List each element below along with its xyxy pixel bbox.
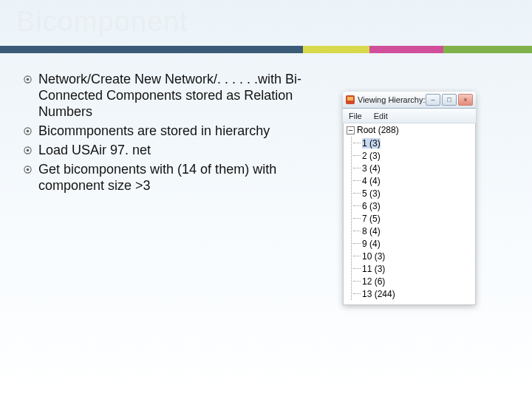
bullet-text: Network/Create New Network/. . . . . .wi…: [38, 71, 324, 120]
tree-item[interactable]: 5 (3): [353, 187, 472, 200]
accent-bar: [0, 46, 532, 53]
bullet-text: Load USAir 97. net: [38, 142, 151, 158]
tree-item[interactable]: 7 (5): [353, 212, 472, 225]
bullet-item: Load USAir 97. net: [21, 142, 324, 158]
tree-item[interactable]: 3 (4): [353, 162, 472, 174]
svg-point-3: [26, 129, 29, 132]
bullet-marker-icon: [21, 125, 34, 137]
tree-item[interactable]: 9 (4): [353, 237, 472, 250]
tree-item[interactable]: 12 (6): [353, 275, 472, 287]
tree-item-label: 4 (4): [362, 176, 381, 186]
bullet-text: Get bicomponents with (14 of them) with …: [38, 161, 324, 194]
hierarchy-window: Viewing Hierarchy: 2… – □ × File Edit – …: [343, 92, 476, 305]
tree-root[interactable]: – Root (288): [347, 125, 472, 135]
accent-pink: [369, 46, 443, 53]
close-button[interactable]: ×: [458, 94, 473, 106]
menu-file[interactable]: File: [343, 112, 368, 120]
tree-item-label: 5 (3): [362, 188, 381, 199]
tree-item-label: 1 (3): [362, 138, 381, 149]
window-title: Viewing Hierarchy: 2…: [358, 95, 426, 104]
svg-point-7: [26, 168, 29, 171]
tree-item-label: 12 (6): [362, 276, 385, 287]
accent-yellow: [303, 46, 369, 53]
tree-item[interactable]: 8 (4): [353, 225, 472, 237]
app-icon: [346, 95, 355, 104]
maximize-button[interactable]: □: [442, 94, 457, 106]
tree-children: 1 (3)2 (3)3 (4)4 (4)5 (3)6 (3)7 (5)8 (4)…: [351, 137, 472, 300]
menu-edit[interactable]: Edit: [368, 112, 394, 120]
bullet-list: Network/Create New Network/. . . . . .wi…: [21, 71, 324, 194]
minimize-button[interactable]: –: [426, 94, 440, 106]
tree-item[interactable]: 10 (3): [353, 250, 472, 262]
tree-item[interactable]: 6 (3): [353, 200, 472, 212]
bullet-marker-icon: [21, 163, 34, 175]
tree-item-label: 13 (244): [362, 289, 395, 299]
slide-title: Bicomponent: [16, 6, 188, 38]
tree-item[interactable]: 11 (3): [353, 262, 472, 275]
window-titlebar[interactable]: Viewing Hierarchy: 2… – □ ×: [343, 92, 476, 109]
bullet-item: Network/Create New Network/. . . . . .wi…: [21, 71, 324, 120]
tree-item-label: 11 (3): [362, 264, 385, 274]
tree-item-label: 8 (4): [362, 226, 381, 236]
tree-item[interactable]: 1 (3): [353, 137, 472, 149]
expand-collapse-icon[interactable]: –: [347, 126, 355, 134]
tree-view[interactable]: – Root (288) 1 (3)2 (3)3 (4)4 (4)5 (3)6 …: [343, 123, 476, 305]
bullet-item: Bicommponents are stored in hierarchy: [21, 123, 324, 139]
menu-bar: File Edit: [343, 109, 476, 123]
svg-point-1: [26, 78, 29, 81]
tree-item[interactable]: 2 (3): [353, 149, 472, 162]
tree-item-label: 10 (3): [362, 251, 385, 262]
tree-item[interactable]: 13 (244): [353, 287, 472, 300]
tree-item-label: 7 (5): [362, 214, 381, 224]
tree-root-label: Root (288): [357, 125, 399, 135]
tree-item[interactable]: 4 (4): [353, 174, 472, 187]
bullet-marker-icon: [21, 73, 34, 85]
bullet-item: Get bicomponents with (14 of them) with …: [21, 161, 324, 194]
tree-item-label: 9 (4): [362, 239, 381, 249]
bullet-text: Bicommponents are stored in hierarchy: [38, 123, 270, 139]
svg-point-5: [26, 149, 29, 151]
bullet-marker-icon: [21, 144, 34, 156]
tree-item-label: 2 (3): [362, 151, 381, 161]
tree-item-label: 3 (4): [362, 163, 381, 174]
tree-item-label: 6 (3): [362, 201, 381, 211]
bullet-list-container: Network/Create New Network/. . . . . .wi…: [21, 71, 324, 197]
accent-green: [443, 46, 532, 53]
